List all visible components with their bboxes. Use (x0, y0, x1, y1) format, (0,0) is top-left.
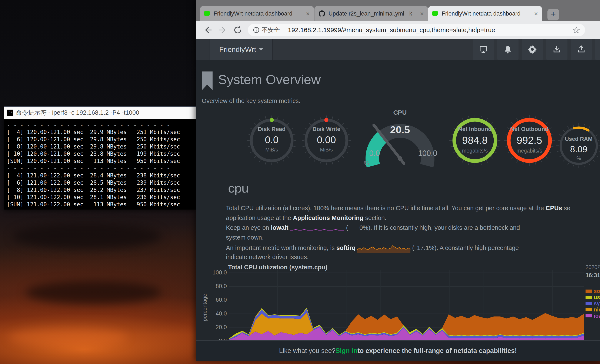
gauge-label: Net Outbound (508, 126, 551, 132)
cpu-description-line: indicate network driver issues. (226, 254, 600, 261)
desktop: C:\_ 命令提示符 - iperf3 -c 192.168.1.2 -P4 -… (0, 0, 600, 364)
netdata-favicon-icon (204, 11, 210, 16)
cmd-icon: C:\_ (7, 110, 13, 116)
gauge-label: Disk Read (250, 126, 293, 132)
bookmark-star-icon[interactable] (573, 26, 580, 34)
ytick: 60.0 (206, 297, 227, 303)
address-bar[interactable]: 不安全 192.168.2.1:19999/#menu_system_subme… (248, 24, 585, 36)
upload-icon (577, 45, 586, 54)
legend-swatch (586, 302, 592, 305)
gauge-label: Net Inbound (454, 126, 496, 132)
cpu-description-line: Keep an eye on iowait(0%). If it is cons… (226, 224, 600, 232)
gauge-unit: % (360, 160, 373, 167)
host-name: FriendlyWrt (219, 45, 256, 54)
reload-icon[interactable] (233, 25, 242, 35)
new-tab-button[interactable]: + (547, 9, 559, 20)
alarms-button[interactable] (497, 39, 518, 60)
page-title: System Overview (218, 72, 321, 87)
nodes-view-button[interactable] (473, 39, 494, 60)
cpu-description-line: application usage at the Applications Mo… (226, 215, 600, 222)
legend-item-softirq[interactable]: softirq (586, 288, 600, 294)
tab-close-icon[interactable]: × (306, 10, 310, 17)
applications-monitoring-link[interactable]: Applications Monitoring (293, 215, 363, 221)
gauge-value: 0.0 (250, 134, 293, 146)
tab-title: FriendlyWrt netdata dashboard (442, 10, 531, 17)
legend-swatch (586, 314, 592, 317)
iowait-sparkline[interactable] (290, 224, 344, 232)
bookmark-icon (202, 72, 213, 90)
softirq-sparkline[interactable] (357, 244, 410, 253)
cpu-utilization-chart[interactable] (229, 270, 584, 340)
cpu-description-line: system down. (226, 234, 600, 241)
legend-swatch (586, 308, 592, 311)
netdata-navbar: FriendlyWrt (196, 39, 600, 60)
netdata-favicon-icon (432, 11, 438, 16)
url-text[interactable]: 192.168.2.1:19999/#menu_system_submenu_c… (288, 26, 573, 34)
legend-item-system[interactable]: system (586, 300, 600, 307)
cloud-decoration (13, 223, 162, 249)
chart-ylabel: percentage (201, 291, 208, 325)
cpu-description-line: An important metric worth monitoring, is… (226, 244, 600, 253)
banner-text: Like what you see? (279, 347, 335, 355)
info-icon[interactable] (253, 27, 259, 33)
settings-button[interactable] (522, 39, 543, 60)
gauge-value: 0.00 (305, 134, 348, 146)
monitor-icon (479, 45, 488, 54)
ytick: 100.0 (206, 269, 227, 276)
tab-netdata-2-active[interactable]: FriendlyWrt netdata dashboard × (428, 6, 542, 21)
tab-close-icon[interactable]: × (420, 10, 424, 17)
gauge-label: Disk Write (305, 126, 348, 132)
gauge-value: 992.5 (508, 134, 551, 146)
section-heading: cpu (228, 181, 249, 196)
softirq-percent: 17.1% (414, 244, 434, 252)
terminal-window[interactable]: C:\_ 命令提示符 - iperf3 -c 192.168.1.2 -P4 -… (4, 106, 196, 210)
banner-text-bold: to experience the full-range of netdata … (357, 347, 517, 355)
import-button[interactable] (546, 39, 567, 60)
legend-label: system (594, 300, 600, 307)
ytick: 80.0 (206, 283, 227, 289)
forward-icon[interactable] (218, 25, 227, 35)
disk-read-dot-icon (270, 118, 274, 122)
legend-label: iowait (594, 313, 600, 319)
legend-item-nice[interactable]: nice (586, 307, 600, 313)
legend-label: nice (594, 307, 600, 313)
cpus-link[interactable]: CPUs (545, 205, 562, 212)
gauge-unit: megabits/s (454, 148, 496, 154)
help-button[interactable] (595, 39, 600, 60)
gauge-label: Used RAM (557, 136, 600, 142)
tab-netdata-1[interactable]: FriendlyWrt netdata dashboard × (200, 6, 314, 21)
iowait-percent: 0% (348, 224, 368, 231)
legend-label: softirq (594, 288, 600, 294)
gauge-unit: megabits/s (508, 148, 551, 154)
browser-window: FriendlyWrt netdata dashboard × Update r… (196, 0, 600, 361)
chart-title: Total CPU utilization (system.cpu) (228, 264, 328, 271)
security-label[interactable]: 不安全 (262, 26, 280, 34)
cloud-decoration (9, 328, 128, 347)
terminal-output[interactable]: - - - - - - - - - - - - - - - - - - - - … (4, 119, 196, 210)
gauge-unit: MiB/s (250, 147, 293, 153)
download-icon (552, 45, 561, 54)
signin-banner: Like what you see? Sign in to experience… (196, 340, 600, 361)
terminal-titlebar[interactable]: C:\_ 命令提示符 - iperf3 -c 192.168.1.2 -P4 -… (4, 107, 196, 119)
page-subtitle: Overview of the key system metrics. (202, 97, 300, 104)
tab-github[interactable]: Update r2s_lean_minimal.yml · k × (314, 6, 428, 21)
gauge-value: 20.5 (379, 124, 421, 136)
chart-date: 2020年3 (586, 264, 600, 271)
gauge-label: CPU (379, 109, 421, 116)
legend-item-user[interactable]: user (586, 294, 600, 300)
back-icon[interactable] (203, 25, 213, 35)
legend-swatch (586, 296, 592, 299)
ytick: 40.0 (206, 310, 227, 317)
host-dropdown[interactable]: FriendlyWrt (210, 39, 272, 60)
divider (284, 27, 284, 33)
export-button[interactable] (571, 39, 592, 60)
legend-item-iowait[interactable]: iowait (586, 313, 600, 319)
disk-write-dot-icon (324, 118, 328, 122)
gauge-max: 100.0 (417, 149, 438, 158)
sign-in-link[interactable]: Sign in (336, 347, 357, 355)
chart-legend[interactable]: 2020年3 16:31:2 softirqusersystemniceiowa… (586, 264, 600, 319)
tab-title: FriendlyWrt netdata dashboard (214, 10, 302, 17)
tab-strip: FriendlyWrt netdata dashboard × Update r… (196, 0, 600, 21)
terminal-title: 命令提示符 - iperf3 -c 192.168.1.2 -P4 -t1000 (16, 109, 139, 117)
tab-close-icon[interactable]: × (534, 10, 538, 17)
